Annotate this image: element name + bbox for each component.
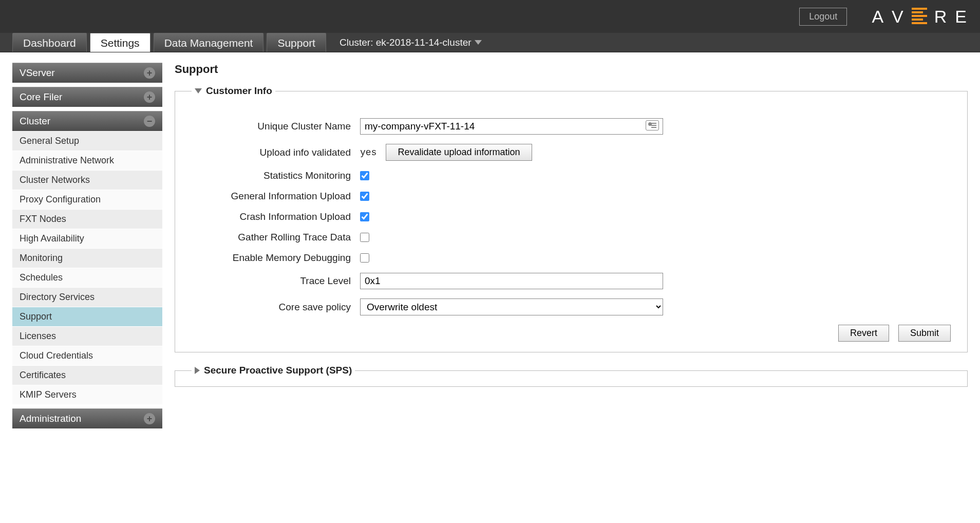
sidebar-item-monitoring[interactable]: Monitoring	[12, 248, 162, 268]
sidebar-item-cloud-credentials[interactable]: Cloud Credentials	[12, 346, 162, 365]
stats-monitoring-checkbox[interactable]	[360, 171, 369, 180]
page-title: Support	[175, 63, 968, 76]
cluster-selector[interactable]: Cluster: ek-2018-11-14-cluster	[340, 33, 482, 52]
sidebar-section-vserver[interactable]: VServer+	[12, 63, 162, 83]
sidebar-item-directory-services[interactable]: Directory Services	[12, 287, 162, 307]
sidebar-item-licenses[interactable]: Licenses	[12, 326, 162, 346]
plus-circle-icon: +	[144, 91, 155, 103]
customer-info-legend[interactable]: Customer Info	[192, 85, 275, 97]
sidebar-section-administration[interactable]: Administration+	[12, 408, 162, 428]
chevron-down-icon	[475, 40, 482, 45]
trace-level-input[interactable]	[360, 273, 663, 289]
cluster-name-input[interactable]	[360, 118, 663, 135]
topbar: Logout A V R E	[0, 0, 980, 33]
disclosure-closed-icon	[195, 367, 200, 374]
sidebar-section-cluster[interactable]: Cluster−	[12, 111, 162, 131]
label-rolling-trace: Gather Rolling Trace Data	[192, 232, 351, 243]
memory-debug-checkbox[interactable]	[360, 253, 369, 263]
sidebar-item-fxt-nodes[interactable]: FXT Nodes	[12, 209, 162, 229]
main-panel: Support Customer Info Unique Cluster Nam…	[175, 63, 968, 428]
sps-legend-text: Secure Proactive Support (SPS)	[204, 365, 352, 376]
sidebar-item-certificates[interactable]: Certificates	[12, 365, 162, 385]
sidebar-item-cluster-networks[interactable]: Cluster Networks	[12, 170, 162, 190]
plus-circle-icon: +	[144, 413, 155, 424]
tab-data-management[interactable]: Data Management	[154, 33, 264, 52]
brand-logo: A V R E	[872, 7, 968, 27]
general-upload-checkbox[interactable]	[360, 192, 369, 201]
label-stats-monitoring: Statistics Monitoring	[192, 170, 351, 181]
minus-circle-icon: −	[144, 116, 155, 127]
logout-button[interactable]: Logout	[799, 8, 847, 26]
sidebar-item-schedules[interactable]: Schedules	[12, 268, 162, 287]
sidebar-item-high-availability[interactable]: High Availability	[12, 229, 162, 248]
tab-dashboard[interactable]: Dashboard	[12, 33, 87, 52]
sidebar-section-core-filer[interactable]: Core Filer+	[12, 87, 162, 107]
main-nav: Dashboard Settings Data Management Suppo…	[0, 33, 980, 52]
label-memory-debug: Enable Memory Debugging	[192, 252, 351, 264]
label-core-policy: Core save policy	[192, 302, 351, 313]
sidebar-item-proxy-configuration[interactable]: Proxy Configuration	[12, 190, 162, 209]
crash-upload-checkbox[interactable]	[360, 212, 369, 221]
label-trace-level: Trace Level	[192, 275, 351, 287]
label-crash-upload: Crash Information Upload	[192, 211, 351, 222]
label-cluster-name: Unique Cluster Name	[192, 121, 351, 132]
customer-info-legend-text: Customer Info	[206, 85, 272, 97]
settings-sidebar: VServer+Core Filer+Cluster−General Setup…	[12, 63, 162, 428]
upload-validated-value: yes	[360, 147, 376, 158]
tab-settings[interactable]: Settings	[90, 33, 150, 52]
cluster-label-text: Cluster: ek-2018-11-14-cluster	[340, 37, 472, 48]
sidebar-section-title: VServer	[20, 67, 55, 79]
sidebar-item-support[interactable]: Support	[12, 307, 162, 326]
rolling-trace-checkbox[interactable]	[360, 233, 369, 242]
sps-fieldset: Secure Proactive Support (SPS)	[175, 365, 968, 387]
core-policy-select[interactable]: Overwrite oldest	[360, 298, 663, 315]
sidebar-section-title: Core Filer	[20, 91, 62, 103]
sidebar-item-administrative-network[interactable]: Administrative Network	[12, 151, 162, 170]
customer-info-fieldset: Customer Info Unique Cluster Name Upload…	[175, 85, 968, 352]
label-general-upload: General Information Upload	[192, 191, 351, 202]
sps-legend[interactable]: Secure Proactive Support (SPS)	[192, 365, 355, 376]
label-upload-validated: Upload info validated	[192, 147, 351, 158]
sidebar-section-title: Administration	[20, 413, 81, 424]
submit-button[interactable]: Submit	[898, 325, 951, 342]
revalidate-button[interactable]: Revalidate upload information	[386, 144, 532, 161]
sidebar-item-general-setup[interactable]: General Setup	[12, 131, 162, 151]
revert-button[interactable]: Revert	[838, 325, 889, 342]
tab-support[interactable]: Support	[267, 33, 326, 52]
plus-circle-icon: +	[144, 67, 155, 79]
sidebar-item-kmip-servers[interactable]: KMIP Servers	[12, 385, 162, 404]
sidebar-section-title: Cluster	[20, 116, 50, 127]
disclosure-open-icon	[195, 88, 202, 94]
